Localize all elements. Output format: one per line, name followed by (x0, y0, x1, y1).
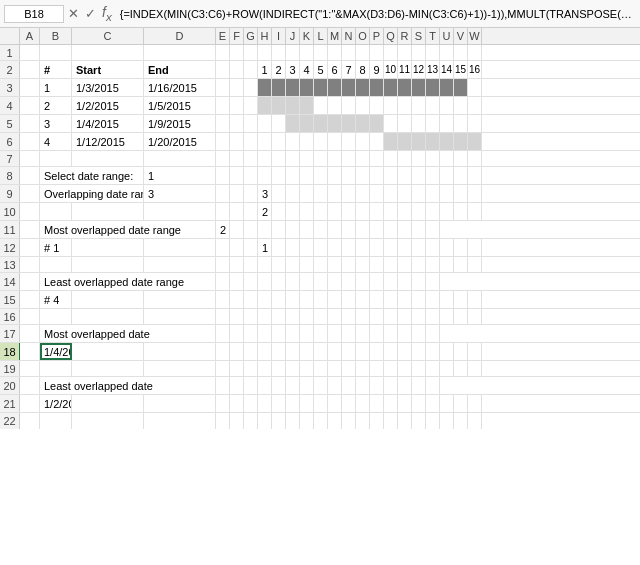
cell-u17[interactable] (398, 325, 412, 342)
cell-q21[interactable] (384, 395, 398, 412)
cell-c13[interactable] (72, 257, 144, 272)
cell-w6[interactable] (468, 133, 482, 150)
cell-n12[interactable] (342, 239, 356, 256)
row-header-16[interactable]: 16 (0, 309, 20, 324)
cell-v5[interactable] (454, 115, 468, 132)
cell-u10[interactable] (440, 203, 454, 220)
col-header-p[interactable]: P (370, 28, 384, 44)
cell-u19[interactable] (440, 361, 454, 376)
cell-m13[interactable] (328, 257, 342, 272)
cell-p7[interactable] (370, 151, 384, 166)
cell-n11[interactable] (300, 221, 314, 238)
cell-n1[interactable] (342, 45, 356, 60)
cell-p5[interactable] (370, 115, 384, 132)
cell-j19[interactable] (286, 361, 300, 376)
cell-s10[interactable] (412, 203, 426, 220)
cell-o13[interactable] (356, 257, 370, 272)
cell-c7[interactable] (72, 151, 144, 166)
cell-p22[interactable] (370, 413, 384, 429)
cell-b16[interactable] (40, 309, 72, 324)
col-header-i[interactable]: I (272, 28, 286, 44)
row-header-1[interactable]: 1 (0, 45, 20, 60)
cell-s19[interactable] (412, 361, 426, 376)
cell-d2[interactable]: End (144, 61, 216, 78)
cell-m16[interactable] (328, 309, 342, 324)
cell-h17[interactable] (216, 325, 230, 342)
col-header-l[interactable]: L (314, 28, 328, 44)
cell-n3[interactable] (342, 79, 356, 96)
cell-a1[interactable] (20, 45, 40, 60)
cell-q5[interactable] (384, 115, 398, 132)
cell-f4[interactable] (230, 97, 244, 114)
cell-u7[interactable] (440, 151, 454, 166)
cell-j18[interactable] (286, 343, 300, 360)
col-header-a[interactable]: A (20, 28, 40, 44)
row-header-7[interactable]: 7 (0, 151, 20, 166)
cell-w7[interactable] (468, 151, 482, 166)
cell-f19[interactable] (230, 361, 244, 376)
cell-v18[interactable] (454, 343, 468, 360)
cell-m17[interactable] (286, 325, 300, 342)
cell-m2[interactable]: 6 (328, 61, 342, 78)
cell-f21[interactable] (230, 395, 244, 412)
cell-k10[interactable] (300, 203, 314, 220)
cell-b19[interactable] (40, 361, 72, 376)
cell-f18[interactable] (230, 343, 244, 360)
cell-g12[interactable] (244, 239, 258, 256)
col-header-t[interactable]: T (426, 28, 440, 44)
cell-d16[interactable] (144, 309, 216, 324)
cell-r9[interactable] (398, 185, 412, 202)
cell-o7[interactable] (356, 151, 370, 166)
cell-l18[interactable] (314, 343, 328, 360)
cell-v9[interactable] (454, 185, 468, 202)
cell-i9[interactable] (272, 185, 286, 202)
cell-q16[interactable] (384, 309, 398, 324)
cell-g2[interactable] (244, 61, 258, 78)
col-header-g[interactable]: G (244, 28, 258, 44)
cell-p1[interactable] (370, 45, 384, 60)
col-header-b[interactable]: B (40, 28, 72, 44)
cell-u21[interactable] (440, 395, 454, 412)
cell-c1[interactable] (72, 45, 144, 60)
cell-q14[interactable] (342, 273, 356, 290)
row-header-20[interactable]: 20 (0, 377, 20, 394)
cell-l9[interactable] (314, 185, 328, 202)
cell-q17[interactable] (342, 325, 356, 342)
cell-n19[interactable] (342, 361, 356, 376)
cell-v3[interactable] (454, 79, 468, 96)
cell-a19[interactable] (20, 361, 40, 376)
cell-j16[interactable] (286, 309, 300, 324)
cell-j14[interactable] (244, 273, 258, 290)
cell-b22[interactable] (40, 413, 72, 429)
cell-b5[interactable]: 3 (40, 115, 72, 132)
cell-j17[interactable] (244, 325, 258, 342)
cell-m20[interactable] (286, 377, 300, 394)
cell-g10[interactable] (244, 203, 258, 220)
cell-n7[interactable] (342, 151, 356, 166)
cell-w4[interactable] (468, 97, 482, 114)
cell-j15[interactable] (286, 291, 300, 308)
cell-r12[interactable] (398, 239, 412, 256)
cell-u18[interactable] (440, 343, 454, 360)
cell-p19[interactable] (370, 361, 384, 376)
cell-v11[interactable] (412, 221, 426, 238)
cell-q22[interactable] (384, 413, 398, 429)
cell-u3[interactable] (440, 79, 454, 96)
cell-g16[interactable] (244, 309, 258, 324)
cell-t13[interactable] (426, 257, 440, 272)
cell-b1[interactable] (40, 45, 72, 60)
cell-n16[interactable] (342, 309, 356, 324)
cell-s5[interactable] (412, 115, 426, 132)
cell-d22[interactable] (144, 413, 216, 429)
cell-r13[interactable] (398, 257, 412, 272)
cell-f8[interactable] (230, 167, 244, 184)
cell-n14[interactable] (300, 273, 314, 290)
cell-r14[interactable] (356, 273, 370, 290)
cell-i14[interactable] (230, 273, 244, 290)
cell-i21[interactable] (272, 395, 286, 412)
cell-t16[interactable] (426, 309, 440, 324)
cell-l4[interactable] (314, 97, 328, 114)
cell-i11[interactable] (230, 221, 244, 238)
cell-g6[interactable] (244, 133, 258, 150)
cell-j7[interactable] (286, 151, 300, 166)
